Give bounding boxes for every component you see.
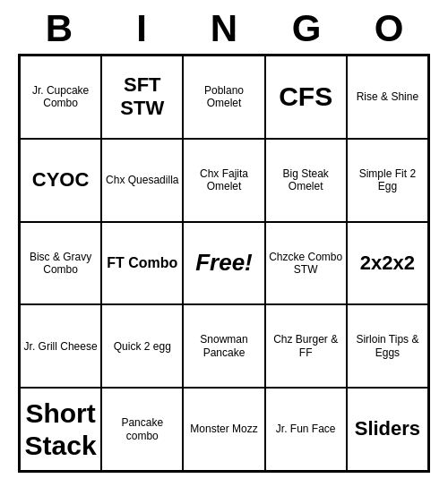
header-letter-n: N — [186, 7, 262, 50]
bingo-cell-12: Free! — [183, 222, 264, 305]
bingo-cell-8: Big Steak Omelet — [265, 139, 347, 222]
bingo-cell-0: Jr. Cupcake Combo — [20, 56, 101, 139]
header-letter-i: I — [104, 7, 179, 50]
bingo-cell-20: Short Stack — [20, 388, 101, 471]
bingo-cell-7: Chx Fajita Omelet — [183, 139, 264, 222]
bingo-cell-5: CYOC — [20, 139, 101, 222]
bingo-cell-14: 2x2x2 — [347, 222, 428, 305]
bingo-cell-21: Pancake combo — [101, 388, 183, 471]
header-letter-b: B — [22, 7, 97, 50]
bingo-cell-10: Bisc & Gravy Combo — [20, 222, 101, 305]
bingo-cell-6: Chx Quesadilla — [101, 139, 183, 222]
bingo-cell-1: SFT STW — [101, 56, 183, 139]
header-letter-g: G — [269, 7, 344, 50]
bingo-header: BINGO — [18, 0, 430, 54]
bingo-cell-15: Jr. Grill Cheese — [20, 304, 101, 388]
bingo-cell-24: Sliders — [347, 388, 428, 471]
bingo-cell-18: Chz Burger & FF — [265, 304, 347, 388]
bingo-cell-19: Sirloin Tips & Eggs — [347, 304, 428, 388]
header-letter-o: O — [351, 7, 426, 50]
bingo-cell-9: Simple Fit 2 Egg — [347, 139, 428, 222]
bingo-cell-13: Chzcke Combo STW — [265, 222, 347, 305]
bingo-cell-23: Jr. Fun Face — [265, 388, 347, 471]
bingo-cell-16: Quick 2 egg — [101, 304, 183, 388]
bingo-cell-2: Poblano Omelet — [183, 56, 264, 139]
bingo-cell-17: Snowman Pancake — [183, 304, 264, 388]
bingo-cell-11: FT Combo — [101, 222, 183, 305]
bingo-cell-3: CFS — [265, 56, 347, 139]
bingo-cell-4: Rise & Shine — [347, 56, 428, 139]
bingo-grid: Jr. Cupcake ComboSFT STWPoblano OmeletCF… — [18, 54, 430, 473]
bingo-cell-22: Monster Mozz — [183, 388, 264, 471]
